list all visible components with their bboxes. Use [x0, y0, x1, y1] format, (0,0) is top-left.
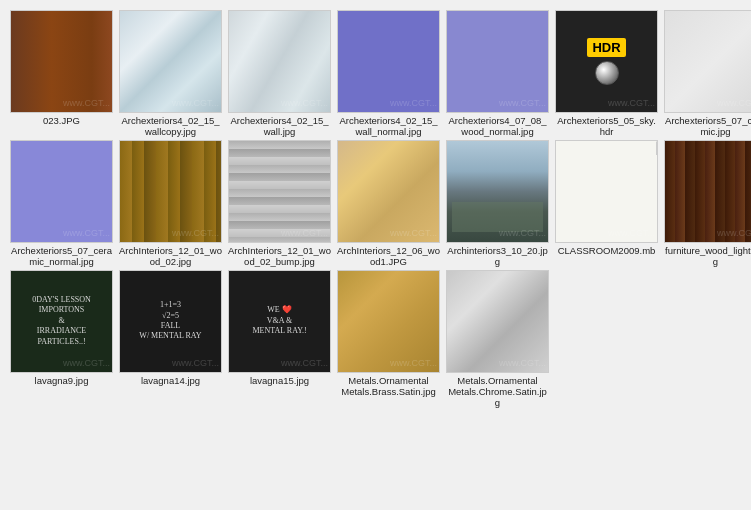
- file-label: Archexteriors4_02_15_wall_normal.jpg: [337, 115, 440, 138]
- file-label: ArchInteriors_12_01_wood_02_bump.jpg: [228, 245, 331, 268]
- thumbnail-item-2: [119, 10, 222, 113]
- file-label: ArchInteriors_12_01_wood_02.jpg: [119, 245, 222, 268]
- thumbnail-item-5: [446, 10, 549, 113]
- grid-item[interactable]: ArchInteriors_12_01_wood_02_bump.jpg: [226, 140, 333, 268]
- file-label: lavagna15.jpg: [250, 375, 309, 386]
- file-grid: 023.JPGArchexteriors4_02_15_wallcopy.jpg…: [0, 0, 751, 419]
- grid-item[interactable]: WE ❤️V&A &MENTAL RAY.!lavagna15.jpg: [226, 270, 333, 409]
- grid-item[interactable]: Archexteriors5_07_ceramic.jpg: [662, 10, 751, 138]
- thumbnail-item-4: [337, 10, 440, 113]
- thumbnail-item-17: WE ❤️V&A &MENTAL RAY.!: [228, 270, 331, 373]
- file-label: Metals.Ornamental Metals.Brass.Satin.jpg: [337, 375, 440, 398]
- thumbnail-item-14: [664, 140, 751, 243]
- grid-item[interactable]: Metals.Ornamental Metals.Chrome.Satin.jp…: [444, 270, 551, 409]
- thumbnail-item-19: [446, 270, 549, 373]
- thumbnail-item-8: [10, 140, 113, 243]
- thumbnail-item-6: HDR: [555, 10, 658, 113]
- grid-item[interactable]: ArchInteriors_12_06_wood1.JPG: [335, 140, 442, 268]
- thumbnail-item-10: [228, 140, 331, 243]
- grid-item[interactable]: HDRArchexteriors5_05_sky.hdr: [553, 10, 660, 138]
- file-label: furniture_wood_light7.jpg: [664, 245, 751, 268]
- file-label: lavagna14.jpg: [141, 375, 200, 386]
- thumbnail-item-15: 0DAY'S LESSONIMPORTONS&IRRADIANCEPARTICL…: [10, 270, 113, 373]
- grid-item[interactable]: 1+1=3√2=5FALLW/ MENTAL RAYlavagna14.jpg: [117, 270, 224, 409]
- thumbnail-item-1: [10, 10, 113, 113]
- thumbnail-item-9: [119, 140, 222, 243]
- thumbnail-item-16: 1+1=3√2=5FALLW/ MENTAL RAY: [119, 270, 222, 373]
- thumbnail-item-13: [555, 140, 658, 243]
- file-label: Metals.Ornamental Metals.Chrome.Satin.jp…: [446, 375, 549, 409]
- file-label: Archinteriors3_10_20.jpg: [446, 245, 549, 268]
- thumbnail-item-18: [337, 270, 440, 373]
- file-label: 023.JPG: [43, 115, 80, 126]
- grid-item[interactable]: Archexteriors4_02_15_wall_normal.jpg: [335, 10, 442, 138]
- file-label: Archexteriors5_07_ceramic.jpg: [664, 115, 751, 138]
- file-label: Archexteriors4_07_08_wood_normal.jpg: [446, 115, 549, 138]
- grid-item[interactable]: ArchInteriors_12_01_wood_02.jpg: [117, 140, 224, 268]
- grid-item[interactable]: Archinteriors3_10_20.jpg: [444, 140, 551, 268]
- grid-item[interactable]: Archexteriors4_02_15_wall.jpg: [226, 10, 333, 138]
- thumbnail-item-7: [664, 10, 751, 113]
- grid-item[interactable]: 0DAY'S LESSONIMPORTONS&IRRADIANCEPARTICL…: [8, 270, 115, 409]
- grid-item[interactable]: furniture_wood_light7.jpg: [662, 140, 751, 268]
- file-label: Archexteriors5_07_ceramic_normal.jpg: [10, 245, 113, 268]
- file-label: lavagna9.jpg: [35, 375, 89, 386]
- grid-item[interactable]: CLASSROOM2009.mb: [553, 140, 660, 268]
- thumbnail-item-11: [337, 140, 440, 243]
- grid-item[interactable]: Archexteriors4_02_15_wallcopy.jpg: [117, 10, 224, 138]
- file-label: CLASSROOM2009.mb: [558, 245, 656, 256]
- file-label: Archexteriors4_02_15_wallcopy.jpg: [119, 115, 222, 138]
- thumbnail-item-3: [228, 10, 331, 113]
- grid-item[interactable]: 023.JPG: [8, 10, 115, 138]
- file-label: Archexteriors5_05_sky.hdr: [555, 115, 658, 138]
- file-label: ArchInteriors_12_06_wood1.JPG: [337, 245, 440, 268]
- file-label: Archexteriors4_02_15_wall.jpg: [228, 115, 331, 138]
- grid-item[interactable]: Metals.Ornamental Metals.Brass.Satin.jpg: [335, 270, 442, 409]
- grid-item[interactable]: Archexteriors4_07_08_wood_normal.jpg: [444, 10, 551, 138]
- grid-item[interactable]: Archexteriors5_07_ceramic_normal.jpg: [8, 140, 115, 268]
- thumbnail-item-12: [446, 140, 549, 243]
